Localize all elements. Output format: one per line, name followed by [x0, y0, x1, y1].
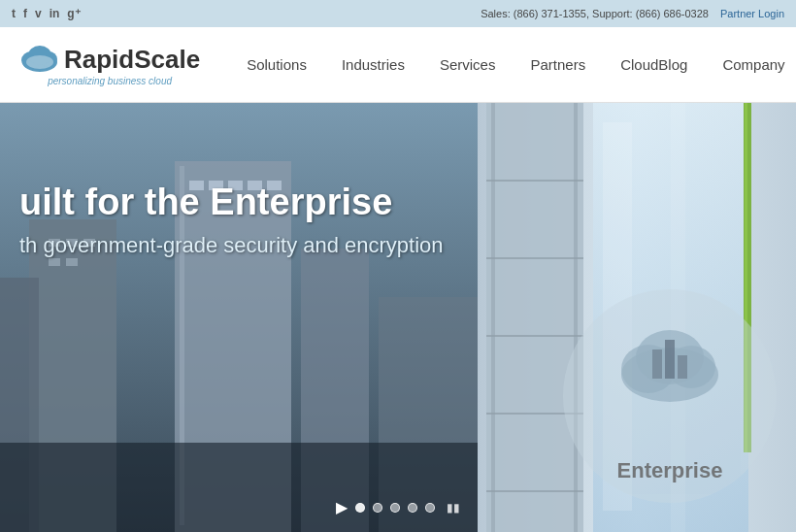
carousel-pause-button[interactable]: ▮▮ — [447, 501, 460, 515]
carousel-dot-3[interactable] — [390, 503, 400, 513]
contact-info: Sales: (866) 371-1355, Support: (866) 68… — [481, 8, 709, 19]
svg-rect-43 — [678, 355, 687, 379]
hero-text-area: uilt for the Enterprise th government-gr… — [0, 181, 444, 258]
nav-company[interactable]: Company — [705, 27, 796, 103]
twitter-link[interactable]: t — [12, 7, 16, 20]
googleplus-link[interactable]: g⁺ — [67, 7, 80, 20]
cloud-icon — [19, 43, 60, 76]
carousel-controls[interactable]: ▶ ▮▮ — [336, 498, 460, 516]
svg-rect-41 — [652, 349, 662, 379]
enterprise-circle: Enterprise — [563, 289, 777, 503]
svg-rect-25 — [491, 103, 495, 532]
carousel-dot-5[interactable] — [425, 503, 435, 513]
hero-title: uilt for the Enterprise — [19, 181, 444, 225]
carousel-dot-1[interactable] — [355, 503, 365, 513]
logo-area: RapidScale personalizing business cloud — [19, 43, 200, 86]
svg-rect-22 — [0, 443, 478, 532]
logo-tagline: personalizing business cloud — [48, 76, 172, 86]
logo-text: RapidScale — [64, 45, 200, 75]
linkedin-link[interactable]: in — [50, 7, 60, 20]
hero-section: uilt for the Enterprise th government-gr… — [0, 103, 796, 532]
top-bar: t f v in g⁺ Sales: (866) 371-1355, Suppo… — [0, 0, 796, 27]
enterprise-label: Enterprise — [617, 458, 723, 483]
carousel-dot-2[interactable] — [373, 503, 382, 513]
hero-subtitle: th government-grade security and encrypt… — [19, 233, 444, 258]
facebook-link[interactable]: f — [23, 7, 27, 20]
svg-point-4 — [26, 55, 53, 69]
social-links: t f v in g⁺ — [12, 7, 81, 20]
carousel-dot-4[interactable] — [408, 503, 417, 513]
buildings-svg — [0, 103, 478, 532]
hero-left-panel — [0, 103, 478, 532]
nav-solutions[interactable]: Solutions — [229, 27, 324, 103]
enterprise-graphic: Enterprise — [563, 289, 777, 503]
svg-rect-42 — [665, 340, 675, 379]
svg-rect-18 — [66, 258, 78, 266]
carousel-arrow[interactable]: ▶ — [336, 498, 348, 516]
hero-subtitle-text: th government-grade security and encrypt… — [19, 233, 444, 257]
nav-partners[interactable]: Partners — [513, 27, 603, 103]
main-nav: Solutions Industries Services Partners C… — [229, 27, 796, 103]
nav-cloudblog[interactable]: CloudBlog — [603, 27, 705, 103]
enterprise-cloud-icon — [612, 318, 728, 406]
partner-login-link[interactable]: Partner Login — [720, 8, 784, 19]
vimeo-link[interactable]: v — [35, 7, 42, 20]
site-header: RapidScale personalizing business cloud … — [0, 27, 796, 103]
hero-title-text: uilt for the Enterprise — [19, 182, 392, 222]
svg-rect-17 — [49, 258, 60, 266]
nav-industries[interactable]: Industries — [324, 27, 422, 103]
top-bar-right: Sales: (866) 371-1355, Support: (866) 68… — [481, 8, 784, 19]
nav-services[interactable]: Services — [422, 27, 514, 103]
